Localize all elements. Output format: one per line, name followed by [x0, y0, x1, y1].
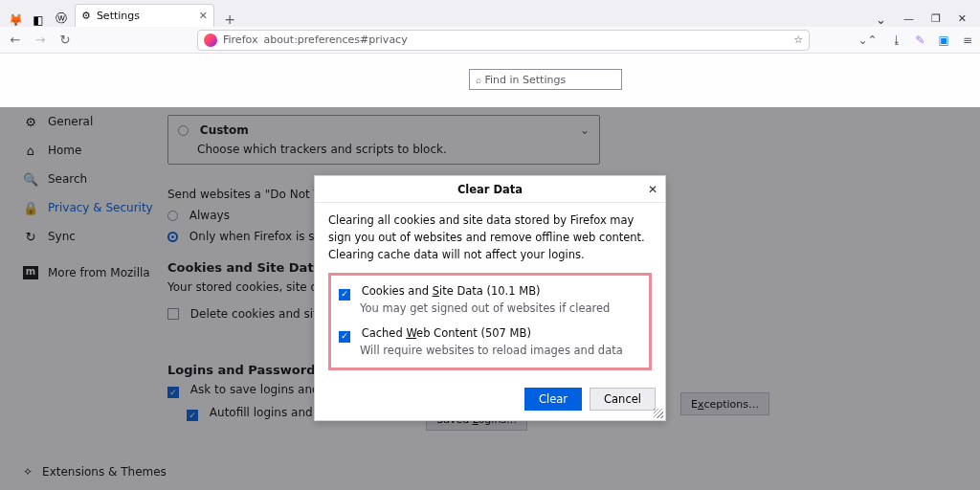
checkbox-checked-icon[interactable]: ✓: [339, 289, 350, 301]
nav-back-icon[interactable]: ←: [8, 33, 23, 47]
dialog-header: Clear Data ✕: [315, 176, 665, 203]
search-icon: ⌕: [476, 75, 481, 85]
firefox-icon: [204, 33, 217, 47]
clear-button[interactable]: Clear: [524, 388, 582, 411]
opt-cookies-label: Cookies and Site Data (10.1 MB): [362, 284, 541, 298]
tabs-dropdown-icon[interactable]: ⌄: [876, 12, 886, 27]
edit-page-icon[interactable]: ✎: [916, 33, 925, 47]
window-close[interactable]: ✕: [958, 12, 967, 27]
opt-cache-sub: Will require websites to reload images a…: [360, 343, 641, 360]
checkbox-checked-icon[interactable]: ✓: [339, 331, 350, 343]
opt-cache[interactable]: ✓ Cached Web Content (507 MB) Will requi…: [339, 325, 641, 360]
window-restore[interactable]: ❐: [931, 12, 941, 27]
nav-forward-icon: →: [33, 33, 48, 47]
address-url: about:preferences#privacy: [263, 33, 407, 46]
opt-cookies-sub: You may get signed out of websites if cl…: [360, 301, 641, 318]
downloads-icon[interactable]: ⭳: [891, 33, 902, 47]
dialog-title: Clear Data: [457, 183, 523, 196]
gear-icon: ⚙: [81, 10, 91, 22]
window-minimize[interactable]: —: [903, 12, 914, 27]
dialog-intro-text: Clearing all cookies and site data store…: [328, 212, 652, 263]
find-in-settings[interactable]: ⌕ Find in Settings: [469, 69, 622, 90]
tab-title: Settings: [97, 10, 140, 22]
firefox-glyph: 🦊: [6, 13, 25, 27]
toolbar: ← → ↻ Firefox about:preferences#privacy …: [0, 27, 980, 54]
browser-tab-settings[interactable]: ⚙ Settings ✕: [75, 4, 214, 27]
highlighted-options: ✓ Cookies and Site Data (10.1 MB) You ma…: [328, 273, 652, 370]
close-icon[interactable]: ✕: [648, 183, 657, 196]
tab-close-icon[interactable]: ✕: [199, 10, 208, 22]
opt-cookies[interactable]: ✓ Cookies and Site Data (10.1 MB) You ma…: [339, 283, 641, 318]
opt-cache-label: Cached Web Content (507 MB): [362, 326, 531, 340]
wordpress-icon[interactable]: ⓦ: [52, 11, 71, 27]
cancel-button[interactable]: Cancel: [590, 388, 656, 411]
tab-strip: 🦊 ◧ ⓦ ⚙ Settings ✕ + ⌄ — ❐ ✕: [0, 0, 980, 27]
resize-grip-icon[interactable]: [654, 409, 663, 418]
address-bar[interactable]: Firefox about:preferences#privacy ☆: [197, 30, 810, 51]
pocket-save-icon[interactable]: ⌄⌃: [858, 33, 877, 47]
address-identity: Firefox: [223, 33, 257, 46]
nav-reload-icon[interactable]: ↻: [57, 33, 73, 47]
new-tab-button[interactable]: +: [218, 11, 241, 27]
clear-data-dialog: Clear Data ✕ Clearing all cookies and si…: [314, 175, 666, 421]
app-menu-icon[interactable]: ≡: [963, 33, 972, 47]
bookmark-star-icon[interactable]: ☆: [793, 33, 803, 46]
pocket-icon[interactable]: ◧: [29, 13, 48, 27]
find-placeholder: Find in Settings: [485, 74, 567, 86]
screenshot-icon[interactable]: ▣: [939, 33, 949, 47]
